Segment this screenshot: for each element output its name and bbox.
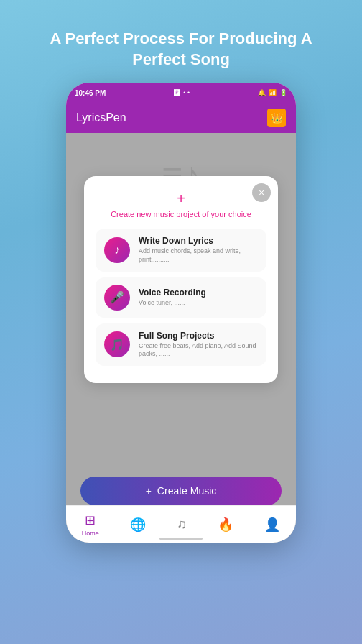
full-song-text: Full Song Projects Create free beats, Ad… <box>139 331 258 359</box>
home-icon: ⊞ <box>85 512 96 528</box>
nav-item-home[interactable]: ⊞ Home <box>82 512 99 537</box>
voice-recording-item[interactable]: 🎤 Voice Recording Voice tuner, ...... <box>96 277 266 318</box>
write-lyrics-title: Write Down Lyrics <box>139 236 258 246</box>
dots-icon: • • <box>183 89 190 96</box>
voice-recording-desc: Voice tuner, ...... <box>139 299 206 308</box>
full-song-desc: Create free beats, Add piano, Add Sound … <box>139 342 258 359</box>
bell-icon: 🔔 <box>258 89 266 96</box>
create-music-button[interactable]: + Create Music <box>80 477 282 505</box>
hero-title: A Perfect Process For Producing A Perfec… <box>0 29 362 70</box>
dialog-subtitle: Create new music project of your choice <box>96 210 266 218</box>
create-music-plus-icon: + <box>146 485 152 497</box>
status-icons: 🔔 📶 🔋 <box>258 89 287 96</box>
status-bar: 10:46 PM 🅿 • • 🔔 📶 🔋 <box>66 83 296 103</box>
fire-icon: 🔥 <box>218 517 233 533</box>
dialog-plus-icon: + <box>96 190 266 207</box>
gesture-bar <box>159 538 203 540</box>
close-button[interactable]: × <box>252 183 271 202</box>
nav-item-music[interactable]: ♫ <box>177 517 187 532</box>
status-time: 10:46 PM <box>75 89 106 97</box>
write-lyrics-desc: Add music chords, speak and write, print… <box>139 247 258 264</box>
nav-item-globe[interactable]: 🌐 <box>130 517 146 533</box>
full-song-icon: 🎵 <box>104 331 130 357</box>
write-lyrics-item[interactable]: ♪ Write Down Lyrics Add music chords, sp… <box>96 229 266 271</box>
person-icon: 👤 <box>264 517 280 533</box>
voice-recording-title: Voice Recording <box>139 288 206 298</box>
app-bar: LyricsPen 👑 <box>66 103 296 133</box>
home-label: Home <box>82 530 99 537</box>
write-lyrics-icon: ♪ <box>104 237 130 263</box>
voice-recording-text: Voice Recording Voice tuner, ...... <box>139 288 206 308</box>
status-center: 🅿 • • <box>174 89 190 96</box>
nav-item-trending[interactable]: 🔥 <box>218 517 233 533</box>
carrier-icon: 🅿 <box>174 89 180 96</box>
create-music-label: Create Music <box>157 485 216 497</box>
nav-item-profile[interactable]: 👤 <box>264 517 280 533</box>
crown-icon[interactable]: 👑 <box>267 109 286 127</box>
full-song-title: Full Song Projects <box>139 331 258 341</box>
create-project-dialog: × + Create new music project of your cho… <box>84 176 278 383</box>
full-song-item[interactable]: 🎵 Full Song Projects Create free beats, … <box>96 323 266 366</box>
voice-recording-icon: 🎤 <box>104 285 130 310</box>
main-content-area: ≡♪ × + Create new music project of your … <box>66 133 296 543</box>
globe-icon: 🌐 <box>130 517 146 533</box>
bottom-section: + Create Music <box>66 477 296 505</box>
phone-mockup: 10:46 PM 🅿 • • 🔔 📶 🔋 LyricsPen 👑 ≡♪ <box>66 83 296 543</box>
waveform-icon: ♫ <box>177 517 187 532</box>
signal-icon: 📶 <box>269 89 277 96</box>
battery-icon: 🔋 <box>279 89 287 96</box>
app-title: LyricsPen <box>76 111 126 124</box>
write-lyrics-text: Write Down Lyrics Add music chords, spea… <box>139 236 258 264</box>
